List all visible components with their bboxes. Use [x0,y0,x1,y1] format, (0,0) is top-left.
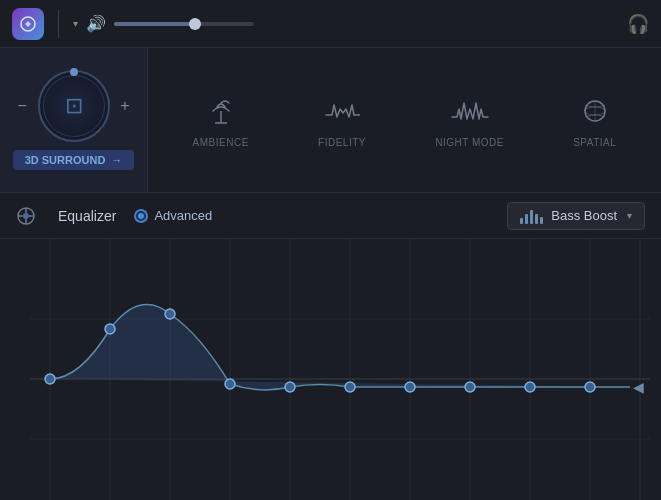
surround-dot [70,68,78,76]
eq-mode-selector[interactable]: Advanced [134,208,212,223]
eq-point-8 [525,382,535,392]
eq-icon-area [16,206,36,226]
effect-night-mode[interactable]: NIGHT MODE [435,93,504,148]
effect-spatial[interactable]: SPATIAL [573,93,616,148]
effect-fidelity[interactable]: FIDELITY [318,93,366,148]
eq-point-2 [165,309,175,319]
bb-bar-3 [530,210,533,224]
svg-point-7 [23,213,29,219]
top-bar: ▾ 🔊 🎧 [0,0,661,48]
volume-thumb[interactable] [189,18,201,30]
effect-ambience[interactable]: AMBIENCE [193,93,249,148]
eq-point-9 [585,382,595,392]
ambience-label: AMBIENCE [193,137,249,148]
bb-bar-4 [535,214,538,224]
spatial-icon [577,93,613,129]
bass-boost-button[interactable]: Bass Boost ▾ [507,202,645,230]
eq-point-5 [345,382,355,392]
volume-fill [114,22,195,26]
ambience-icon [203,93,239,129]
bb-bar-2 [525,214,528,224]
bb-bar-1 [520,218,523,224]
bass-boost-label: Bass Boost [551,208,617,223]
surround-mode-button[interactable]: 3D SURROUND → [13,150,135,170]
surround-panel: − ⊡ + 3D SURROUND → [0,48,148,192]
volume-chevron-icon[interactable]: ▾ [73,18,78,29]
surround-minus[interactable]: − [18,97,27,115]
divider-1 [58,10,59,38]
headphone-icon: 🎧 [627,13,649,35]
fidelity-icon [324,93,360,129]
app-logo [12,8,44,40]
effects-panel: AMBIENCE FIDELITY NIGHT MODE [148,48,661,192]
eq-point-1 [105,324,115,334]
bb-bar-5 [540,217,543,224]
surround-3d-icon: ⊡ [65,93,83,119]
volume-area: ▾ 🔊 [73,14,254,33]
svg-text:◀: ◀ [633,379,644,395]
bass-boost-icon [520,208,543,224]
surround-ring: − ⊡ + [38,70,110,142]
eq-section: Equalizer Advanced Bass Boost ▾ [0,193,661,500]
surround-arrow-icon: → [111,154,122,166]
eq-point-6 [405,382,415,392]
surround-plus[interactable]: + [120,97,129,115]
spatial-label: SPATIAL [573,137,616,148]
fidelity-label: FIDELITY [318,137,366,148]
surround-mode-label: 3D SURROUND [25,154,106,166]
eq-mode-dot [134,209,148,223]
eq-header: Equalizer Advanced Bass Boost ▾ [0,193,661,239]
eq-title: Equalizer [58,208,116,224]
night-mode-icon [450,93,490,129]
eq-svg: ◀ [0,239,661,500]
bass-boost-chevron-icon: ▾ [627,210,632,221]
eq-mode-label: Advanced [154,208,212,223]
night-mode-label: NIGHT MODE [435,137,504,148]
eq-point-4 [285,382,295,392]
volume-icon: 🔊 [86,14,106,33]
middle-section: − ⊡ + 3D SURROUND → AMBIENCE [0,48,661,193]
eq-point-0 [45,374,55,384]
eq-point-7 [465,382,475,392]
volume-slider[interactable] [114,22,254,26]
eq-point-3 [225,379,235,389]
eq-graph: ◀ [0,239,661,500]
